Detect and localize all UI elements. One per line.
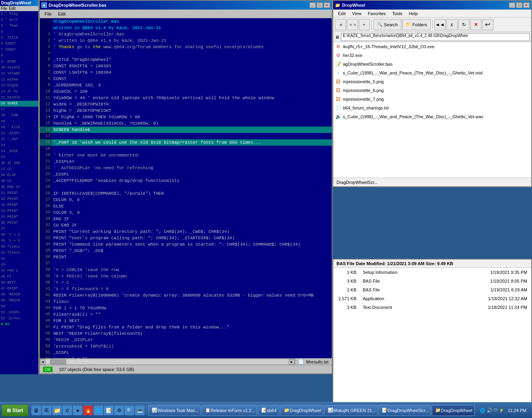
taskbar-item-inform[interactable]: 📋 Release InForm v1.2... (201, 405, 257, 416)
png-icon: 🖼 (335, 87, 341, 94)
small-code-line: 27 CC (0, 166, 38, 172)
scroll-left-button[interactable]: ◄ (40, 359, 45, 365)
ddw2-icon: 📁 (435, 408, 441, 413)
code-line: 12 wide& = _DESKTOPWIDTH (40, 101, 332, 107)
ddw1-label: DragDropWheel (289, 408, 321, 413)
fe-menu-tools[interactable]: Tools (389, 11, 406, 16)
fe-minimize-button[interactable]: _ (509, 2, 515, 8)
small-code-line: 13 high& (0, 83, 38, 89)
small-code-line: 40 filecc (0, 244, 38, 250)
file-details-list[interactable]: 1 KB Setup Information 1/19/2021 9:35 PM… (333, 268, 531, 405)
fd-row[interactable]: 1 KB BAS File 1/19/2021 6:29 AM (333, 285, 531, 294)
fe-maximize-button[interactable]: □ (516, 2, 522, 8)
taskbar-item-ddw1[interactable]: 📁 DragDropWheel (280, 405, 323, 416)
file-details-table: 1 KB Setup Information 1/19/2021 9:35 PM… (333, 268, 531, 312)
back-button[interactable]: ◄ (335, 19, 346, 30)
ql-icon10[interactable]: 🔍 (125, 406, 134, 415)
small-code-line: 26 IF INS (0, 160, 38, 166)
nav-button1[interactable]: ◄◄ (434, 19, 446, 30)
maximize-button[interactable]: □ (317, 2, 323, 8)
ql-icon2[interactable]: IE (42, 406, 51, 415)
ql-icon3[interactable]: 📁 (52, 406, 62, 415)
code-content[interactable]: DragDropWheelScroller.bas written in QB6… (40, 18, 332, 358)
file-item[interactable]: 🖼 mpressionette_5.png (333, 77, 531, 86)
scroll-right-button[interactable]: ► (289, 359, 295, 365)
taskbar: ⊞ Start 🖥 IE 📁 ⊙ ● 🔥 🌐 📝 ⚙ 🔍 💻 📊 Windows… (0, 402, 532, 418)
small-code-line: 46 NEXT (0, 280, 38, 286)
fe-menu-edit[interactable]: Edit (335, 11, 349, 16)
toolbar-separator2 (432, 20, 433, 29)
fe-menu-view[interactable]: View (349, 11, 365, 16)
menu-file[interactable]: File (41, 10, 55, 18)
ql-icon9[interactable]: ⚙ (114, 406, 124, 415)
taskbar-item-qb64[interactable]: 📝 qb64 (258, 405, 280, 416)
fd-row[interactable]: 3 KB BAS File 1/19/2021 8:05 PM (333, 277, 531, 285)
menu-edit[interactable]: Edit (55, 10, 69, 18)
ql-icon8[interactable]: 📝 (104, 406, 113, 415)
small-code-line: 32 PRINT (0, 196, 38, 202)
code-line: 45 FileArray$(i) = "" (40, 311, 332, 318)
file-item[interactable]: 🖼 mpressionette_7.png (333, 95, 531, 104)
back-nav-button[interactable]: ◄◄ (347, 19, 358, 30)
small-code-line: 52 'press (0, 316, 38, 322)
nav-button5[interactable]: ↩ (482, 19, 493, 30)
ql-icon11[interactable]: 💻 (135, 406, 145, 415)
folders-button[interactable]: 📁 Folders (402, 19, 431, 30)
code-line: 11 YdimROW = 44 ' ensure old laptops wit… (40, 95, 332, 101)
editor-win-controls[interactable]: _ □ × (309, 2, 330, 8)
small-code-line: 12 wide& (0, 77, 38, 83)
code-line: 37 (40, 260, 332, 267)
ql-icon5[interactable]: ● (73, 406, 82, 415)
small-menu-edit[interactable]: Edit (9, 6, 16, 11)
file-item[interactable]: 📄 b64_forum_sharings.txt (333, 104, 531, 112)
nav-button2[interactable]: x (446, 19, 458, 30)
fe-win-controls[interactable]: _ □ × (509, 2, 530, 8)
code-line: 47 Fi PRINT "Drag files from a folder an… (40, 324, 332, 330)
ddwscr-icon: 📝 (382, 408, 387, 413)
editor-menubar: File Edit (40, 10, 332, 18)
tab-mresults[interactable]: 📄 Mresults.txt (295, 358, 332, 365)
exe-icon: ⚙ (335, 43, 341, 50)
horizontal-scrollbar[interactable]: ◄ ► 📄 Mresults.txt (40, 358, 332, 365)
file-item[interactable]: 🔊 s_Cube_(1998)_-_War_and_Peace_(The_War… (333, 112, 531, 121)
file-item[interactable]: ⚙ ikujIN_r5+_16-Threads_IntelV12_32bit_O… (333, 42, 531, 51)
taskbar-item-ddwscr[interactable]: 📝 DragDropWheelScr... (378, 405, 431, 416)
ql-icon7[interactable]: 🌐 (94, 406, 103, 415)
editor-title-left: ■ DragDropWheelScroller.bas (41, 2, 107, 8)
fe-menu-help[interactable]: Help (406, 11, 421, 16)
file-item[interactable]: 📝 agDropWheelScroller.bas (333, 60, 531, 68)
fe-menu-favorites[interactable]: Favorites (365, 11, 389, 16)
taskmgr-label: Windows Task Man... (157, 408, 199, 413)
file-item[interactable]: ⚙ her32.exe (333, 51, 531, 60)
code-line: 22 ' _AUTODISPLAY 'no need for refreshin… (40, 165, 332, 171)
nav-button3[interactable]: ↻ (458, 19, 469, 30)
tray-icon-network: 🌐 (479, 408, 485, 413)
code-line: 20 ' Either one must be uncommented: (40, 152, 332, 158)
taskbar-item-mokuji[interactable]: 📊 MokujiN GREEN 21... (324, 405, 377, 416)
fd-row[interactable]: 2,571 KB Application 1/19/2021 12:32 AM (333, 294, 531, 303)
fd-row[interactable]: 1 KB Setup Information 1/19/2021 9:35 PM (333, 268, 531, 277)
address-input[interactable]: E:\KAZE_Smxrt_Benchmarks\QB64_kit_v1.4_2… (341, 33, 530, 41)
small-code-line: 35 PRINT (0, 214, 38, 220)
fd-row[interactable]: 3 KB Text Document 1/18/2021 11:24 PM (333, 303, 531, 312)
file-item[interactable]: 🖼 mpressionette_6.png (333, 86, 531, 95)
small-code-line: 48 'REDIM (0, 292, 38, 298)
forward-nav-button[interactable]: ► (359, 19, 370, 30)
ql-icon4[interactable]: ⊙ (63, 406, 72, 415)
search-button[interactable]: 🔍 Search (374, 19, 401, 30)
close-button[interactable]: × (324, 2, 330, 8)
ql-icon6[interactable]: 🔥 (83, 406, 93, 415)
fe-toolbar: ◄ ◄◄ ► 🔍 Search 📁 Folders ◄◄ x ↻ ✕ ↩ (333, 18, 531, 32)
qb64-editor-window: ■ DragDropWheelScroller.bas _ □ × File E… (39, 0, 332, 374)
taskbar-item-ddw2[interactable]: 📁 DragDropWheel (432, 405, 475, 416)
minimize-button[interactable]: _ (309, 2, 316, 8)
taskbar-item-taskmgr[interactable]: 📊 Windows Task Man... (148, 405, 201, 416)
small-menu-file[interactable]: File (1, 6, 7, 11)
file-list[interactable]: ⚙ ikujIN_r5+_16-Threads_IntelV12_32bit_O… (333, 42, 531, 178)
scroll-thumb[interactable] (50, 359, 66, 364)
fe-close-button[interactable]: × (523, 2, 530, 8)
file-item[interactable]: ♪ s_Cube_(1998)_-_War_and_Peace_(The_War… (333, 68, 531, 77)
nav-button4[interactable]: ✕ (470, 19, 481, 30)
start-button[interactable]: ⊞ Start (2, 404, 28, 416)
ql-icon1[interactable]: 🖥 (31, 406, 41, 415)
